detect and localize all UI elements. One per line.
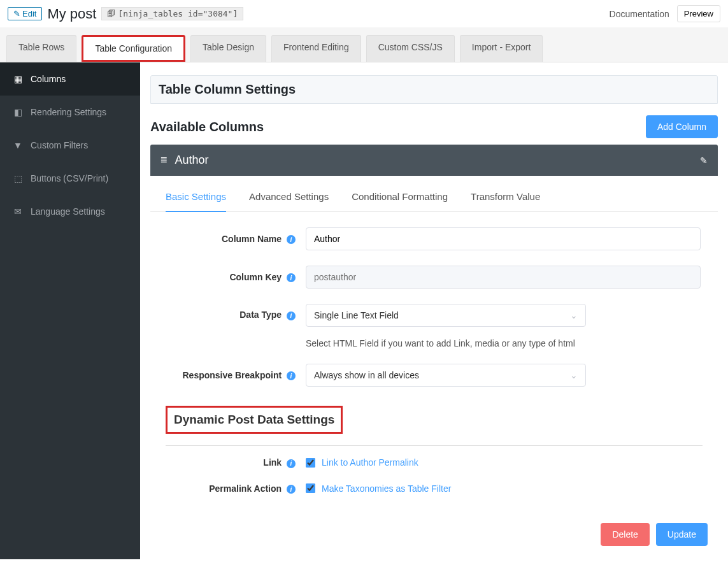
label-column-key: Column Key i [166, 272, 306, 283]
delete-button[interactable]: Delete [601, 523, 649, 546]
edit-label: Edit [22, 9, 36, 18]
main-area: ▦ Columns ◧ Rendering Settings ▼ Custom … [0, 62, 728, 559]
sidebar-item-language[interactable]: ✉ Language Settings [0, 195, 140, 228]
tab-custom-css-js[interactable]: Custom CSS/JS [366, 35, 455, 62]
buttons-icon: ⬚ [13, 173, 23, 183]
topbar-right: Documentation Preview [610, 5, 720, 22]
sidebar-item-columns[interactable]: ▦ Columns [0, 62, 140, 96]
info-icon[interactable]: i [287, 273, 296, 282]
shortcode-box[interactable]: 🗐 [ninja_tables id="3084"] [101, 7, 243, 20]
add-column-button[interactable]: Add Column [646, 115, 718, 138]
sidebar-label: Rendering Settings [31, 107, 106, 117]
inner-tab-advanced[interactable]: Advanced Settings [249, 191, 329, 211]
row-link: Link i Link to Author Permalink [166, 457, 703, 468]
column-header-title: Author [175, 154, 692, 167]
label-text: Data Type [239, 310, 282, 320]
inner-tab-basic[interactable]: Basic Settings [166, 191, 226, 212]
info-icon[interactable]: i [287, 235, 296, 244]
sidebar-item-buttons[interactable]: ⬚ Buttons (CSV/Print) [0, 162, 140, 195]
sidebar-label: Language Settings [31, 206, 105, 217]
inner-tab-conditional[interactable]: Conditional Formatting [352, 191, 448, 211]
column-inner-tabs: Basic Settings Advanced Settings Conditi… [150, 176, 718, 212]
select-value: Single Line Text Field [314, 310, 399, 320]
info-icon[interactable]: i [287, 485, 296, 494]
update-button[interactable]: Update [656, 523, 708, 546]
row-column-key: Column Key i [166, 266, 703, 289]
form-body: Column Name i Column Key i Data Type [150, 212, 718, 515]
row-column-name: Column Name i [166, 227, 703, 250]
label-data-type: Data Type i [166, 304, 306, 320]
column-name-input[interactable] [306, 227, 701, 250]
main-tabs: Table Rows Table Configuration Table Des… [0, 27, 728, 62]
label-permalink: Permalink Action i [166, 483, 306, 494]
breakpoint-select[interactable]: Always show in all devices ⌄ [306, 364, 586, 387]
sidebar-label: Buttons (CSV/Print) [31, 173, 108, 183]
topbar: ✎ Edit My post 🗐 [ninja_tables id="3084"… [0, 0, 728, 27]
row-permalink: Permalink Action i Make Taxonomies as Ta… [166, 483, 703, 494]
sidebar-label: Columns [31, 74, 66, 84]
available-columns-row: Available Columns Add Column [150, 115, 718, 138]
dynamic-section: Dynamic Post Data Settings Link i Link t… [166, 402, 703, 494]
language-icon: ✉ [13, 206, 23, 217]
info-icon[interactable]: i [287, 459, 296, 468]
content-area: Table Column Settings Available Columns … [140, 62, 728, 559]
dynamic-heading: Dynamic Post Data Settings [166, 406, 343, 434]
table-icon: ▦ [13, 74, 23, 84]
sidebar-item-rendering[interactable]: ◧ Rendering Settings [0, 96, 140, 129]
divider [166, 445, 703, 446]
sidebar-item-filters[interactable]: ▼ Custom Filters [0, 129, 140, 162]
preview-button[interactable]: Preview [677, 5, 720, 22]
inner-tab-transform[interactable]: Transform Value [471, 191, 540, 211]
label-column-name: Column Name i [166, 234, 306, 245]
edit-column-icon[interactable]: ✎ [700, 155, 708, 166]
copy-icon: 🗐 [107, 9, 115, 18]
rendering-icon: ◧ [13, 107, 23, 117]
data-type-select[interactable]: Single Line Text Field ⌄ [306, 304, 586, 327]
column-key-input [306, 266, 701, 289]
label-text: Responsive Breakpoint [183, 370, 282, 380]
row-data-type: Data Type i Single Line Text Field ⌄ Sel… [166, 304, 703, 348]
drag-handle-icon[interactable]: ≡ [161, 154, 168, 167]
available-columns-title: Available Columns [150, 120, 264, 134]
chevron-down-icon: ⌄ [570, 310, 578, 320]
column-header-bar[interactable]: ≡ Author ✎ [150, 145, 718, 176]
tab-table-rows[interactable]: Table Rows [6, 35, 76, 62]
permalink-checkbox-label: Make Taxonomies as Table Filter [322, 483, 451, 494]
tab-table-configuration[interactable]: Table Configuration [82, 35, 185, 62]
select-value: Always show in all devices [314, 370, 419, 380]
info-icon[interactable]: i [287, 311, 296, 320]
tab-import-export[interactable]: Import - Export [460, 35, 543, 62]
shortcode-text: [ninja_tables id="3084"] [118, 9, 238, 18]
sidebar: ▦ Columns ◧ Rendering Settings ▼ Custom … [0, 62, 140, 559]
link-checkbox[interactable] [306, 458, 315, 468]
filter-icon: ▼ [13, 140, 23, 150]
label-text: Column Key [229, 272, 282, 282]
link-checkbox-wrap[interactable]: Link to Author Permalink [306, 457, 703, 468]
label-breakpoint: Responsive Breakpoint i [166, 370, 306, 381]
permalink-checkbox[interactable] [306, 483, 315, 493]
label-text: Link [263, 457, 282, 468]
info-icon[interactable]: i [287, 371, 296, 380]
label-text: Permalink Action [209, 483, 282, 494]
data-type-hint: Select HTML Field if you want to add Lin… [306, 338, 703, 348]
pencil-icon: ✎ [13, 9, 20, 18]
section-heading: Table Column Settings [150, 75, 718, 104]
documentation-link[interactable]: Documentation [610, 9, 669, 19]
tab-frontend-editing[interactable]: Frontend Editing [271, 35, 361, 62]
row-breakpoint: Responsive Breakpoint i Always show in a… [166, 364, 703, 387]
tab-table-design[interactable]: Table Design [190, 35, 266, 62]
permalink-checkbox-wrap[interactable]: Make Taxonomies as Table Filter [306, 483, 703, 494]
label-text: Column Name [222, 234, 282, 244]
chevron-down-icon: ⌄ [570, 370, 578, 380]
link-checkbox-label: Link to Author Permalink [322, 457, 418, 468]
sidebar-label: Custom Filters [31, 140, 88, 150]
footer-buttons: Delete Update [150, 515, 718, 546]
edit-button[interactable]: ✎ Edit [8, 7, 42, 20]
label-link: Link i [166, 457, 306, 468]
page-title: My post [47, 6, 96, 22]
